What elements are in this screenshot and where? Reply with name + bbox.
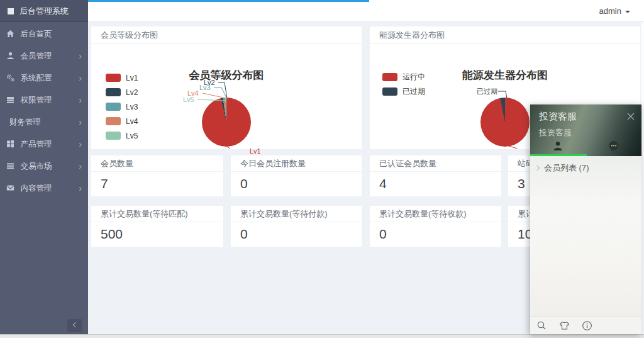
chevron-right-icon: › xyxy=(79,89,82,111)
panel-header: 会员等级分布图 xyxy=(91,26,362,44)
sidebar-item-home[interactable]: 后台首页 xyxy=(0,23,88,45)
sidebar-item-label: 财务管理 xyxy=(9,118,41,127)
stat-value: 500 xyxy=(91,222,223,242)
sidebar-item-finance[interactable]: 财务管理 › xyxy=(0,111,88,133)
sidebar-item-label: 交易市场 xyxy=(20,162,52,171)
mail-icon xyxy=(6,179,14,187)
pie-label-lv3: Lv3 xyxy=(199,84,211,91)
sidebar-item-system-config[interactable]: 系统配置 › xyxy=(0,67,88,89)
stat-card-trades-waiting-payment: 累计交易数量(等待付款) 0 xyxy=(231,206,362,247)
pie-label-expired: 已过期 xyxy=(477,87,497,95)
legend-item-lv4[interactable]: Lv4 xyxy=(106,114,138,128)
legend-item-lv2[interactable]: Lv2 xyxy=(106,85,138,99)
legend-swatch xyxy=(106,74,121,82)
legend-label: Lv3 xyxy=(126,103,138,111)
stat-card-trades-waiting-receipt: 累计交易数量(等待收款) 0 xyxy=(370,206,501,247)
sidebar-item-permissions[interactable]: 权限管理 › xyxy=(0,89,88,111)
member-list-toggle[interactable]: 会员列表 (7) xyxy=(535,162,589,174)
grid-icon xyxy=(6,135,14,143)
sidebar: 后台管理系统 后台首页 会员管理 › 系统配置 › 权限管理 › xyxy=(0,0,88,334)
customer-service-widget: 投资客服 投资客服 会员列表 (7) xyxy=(530,104,641,334)
chat-title: 投资客服 xyxy=(539,111,577,123)
member-level-pie xyxy=(202,98,251,147)
member-level-chart: 会员等级分布图 Lv1 Lv2 Lv3 Lv4 Lv5 Lv2 Lv3 Lv4 … xyxy=(91,44,362,149)
stat-label: 会员数量 xyxy=(91,155,223,172)
sidebar-item-label: 会员管理 xyxy=(20,52,52,60)
sidebar-item-content[interactable]: 内容管理 › xyxy=(0,177,88,200)
admin-dashboard: admin 后台管理系统 后台首页 会员管理 › 系统配置 › xyxy=(0,0,644,338)
chat-header: 投资客服 投资客服 xyxy=(530,104,641,156)
legend-item-lv5[interactable]: Lv5 xyxy=(106,128,138,143)
legend-swatch xyxy=(382,87,397,96)
chevron-right-icon: › xyxy=(79,111,82,133)
energy-generator-pie xyxy=(480,98,530,147)
menu-icon xyxy=(6,157,14,165)
sidebar-collapse-button[interactable] xyxy=(67,319,82,332)
stat-value: 4 xyxy=(370,172,501,191)
chevron-right-icon: › xyxy=(79,177,82,200)
loading-progress-bar xyxy=(88,0,369,2)
chat-bubble-icon xyxy=(608,143,619,154)
home-icon xyxy=(6,25,14,33)
skin-tshirt-icon[interactable] xyxy=(559,320,570,331)
legend-label: Lv1 xyxy=(126,74,138,82)
info-icon[interactable] xyxy=(582,320,592,331)
app-title-bar: 后台管理系统 xyxy=(0,0,88,22)
legend-item-expired[interactable]: 已过期 xyxy=(382,84,425,99)
member-level-panel: 会员等级分布图 会员等级分布图 Lv1 Lv2 Lv3 Lv4 Lv5 Lv2 … xyxy=(91,26,362,149)
stat-value: 7 xyxy=(91,172,223,191)
legend-label: Lv2 xyxy=(126,88,138,97)
app-logo-icon xyxy=(8,8,14,14)
username: admin xyxy=(599,6,621,16)
sidebar-item-market[interactable]: 交易市场 › xyxy=(0,155,88,177)
legend-swatch xyxy=(382,73,397,81)
tab-members[interactable] xyxy=(530,140,586,154)
chevron-right-icon: › xyxy=(79,67,82,89)
chevron-right-icon: › xyxy=(79,45,82,67)
stat-label: 累计交易数量(等待收款) xyxy=(370,206,501,222)
user-menu[interactable]: admin xyxy=(599,0,630,22)
legend-item-lv1[interactable]: Lv1 xyxy=(106,70,138,85)
legend-swatch xyxy=(106,103,121,111)
gears-icon xyxy=(6,69,14,77)
stat-card-today-registrations: 今日会员注册数量 0 xyxy=(231,155,362,196)
sidebar-item-label: 后台首页 xyxy=(20,30,52,38)
chat-subtitle: 投资客服 xyxy=(539,127,572,138)
sidebar-item-label: 产品管理 xyxy=(20,140,52,149)
legend-label: Lv4 xyxy=(126,117,138,126)
stat-value: 0 xyxy=(370,222,501,242)
sidebar-item-products[interactable]: 产品管理 › xyxy=(0,133,88,155)
chevron-left-icon xyxy=(73,322,78,327)
legend-label: Lv5 xyxy=(126,132,138,140)
chat-body: 会员列表 (7) xyxy=(530,156,641,316)
legend-swatch xyxy=(106,132,121,140)
panel-header: 能源发生器分布图 xyxy=(370,26,640,44)
legend-label: 运行中 xyxy=(402,72,425,82)
stat-value: 0 xyxy=(231,172,362,191)
legend-item-running[interactable]: 运行中 xyxy=(382,70,425,84)
chart-legend: Lv1 Lv2 Lv3 Lv4 Lv5 xyxy=(106,70,138,143)
legend-swatch xyxy=(106,88,121,96)
search-icon[interactable] xyxy=(536,320,547,331)
chart-legend: 运行中 已过期 xyxy=(382,70,425,99)
sidebar-item-label: 权限管理 xyxy=(20,96,52,104)
chevron-down-icon xyxy=(625,11,630,13)
person-icon xyxy=(552,143,564,154)
sidebar-item-members[interactable]: 会员管理 › xyxy=(0,45,88,67)
tab-chat[interactable] xyxy=(586,140,642,154)
window-bottom-edge xyxy=(0,334,644,338)
expand-arrow-icon xyxy=(535,166,540,171)
topbar: admin xyxy=(88,0,644,22)
legend-item-lv3[interactable]: Lv3 xyxy=(106,99,138,114)
layers-icon xyxy=(6,91,14,99)
stat-label: 累计交易数量(等待匹配) xyxy=(91,206,223,222)
sidebar-item-label: 内容管理 xyxy=(20,184,52,193)
chat-tabs xyxy=(530,140,641,154)
member-list-label: 会员列表 (7) xyxy=(544,162,589,174)
stat-value: 0 xyxy=(231,222,362,242)
close-icon[interactable] xyxy=(626,112,635,121)
stat-card-verified-members: 已认证会员数量 4 xyxy=(370,155,501,196)
pie-label-lv5: Lv5 xyxy=(183,96,194,103)
sidebar-nav: 后台首页 会员管理 › 系统配置 › 权限管理 › 财务管理 › xyxy=(0,23,88,200)
stat-label: 累计交易数量(等待付款) xyxy=(231,206,362,222)
